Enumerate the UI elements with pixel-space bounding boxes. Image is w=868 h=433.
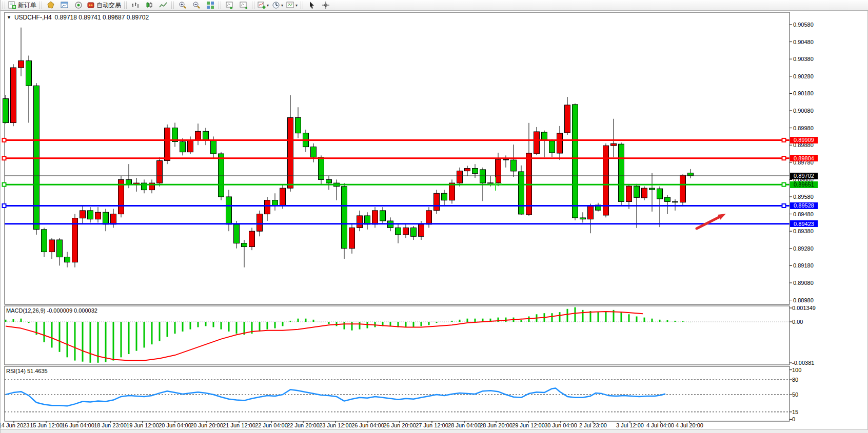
toolbar: 新订单自动交易▾▾▾ [1, 0, 868, 11]
macd-bar [428, 322, 430, 325]
macd-panel-frame [5, 306, 790, 365]
macd-bar [198, 322, 199, 327]
price-line-badge: 0.89804 [790, 155, 818, 161]
chevron-down-icon[interactable]: ▾ [295, 3, 298, 8]
macd-bar [305, 319, 307, 322]
candle-body [480, 170, 486, 183]
trend-arrow[interactable] [697, 217, 719, 229]
cursor-button[interactable] [305, 0, 319, 11]
indicators-button[interactable]: ▾ [256, 0, 270, 11]
toolbar-group: 新订单 [2, 0, 38, 10]
candles-chart-icon [145, 1, 153, 9]
symbol-dropdown-icon[interactable]: ▼ [7, 15, 11, 20]
macd-bar [667, 320, 668, 322]
candle-body [3, 98, 9, 122]
macd-bar [228, 322, 230, 332]
zoom-out-button[interactable] [189, 0, 203, 11]
candle-body [680, 175, 686, 202]
macd-bar [644, 318, 645, 322]
macd-bar [136, 322, 137, 351]
macd-bar [444, 322, 445, 322]
macd-bar [682, 321, 684, 322]
toolbar-group: 自动交易 [38, 0, 123, 10]
chevron-down-icon[interactable]: ▾ [267, 3, 269, 8]
signal-button[interactable] [71, 0, 85, 11]
candle-body [580, 218, 586, 219]
candle-body [95, 212, 101, 219]
line-anchor-marker[interactable] [782, 138, 786, 142]
macd-bar [451, 321, 453, 322]
line-chart-icon [159, 1, 167, 9]
candle-body [80, 211, 86, 218]
line-anchor-marker[interactable] [782, 183, 786, 187]
candle-body [349, 228, 355, 248]
price-line-badge: 0.89702 [790, 173, 818, 179]
candle-body [657, 189, 663, 199]
chart-canvas [1, 0, 868, 433]
candles-chart-button[interactable] [142, 0, 156, 11]
macd-bar [105, 322, 107, 362]
crosshair-button[interactable] [319, 0, 332, 11]
mt4-window: 新订单自动交易▾▾▾ ▼ USDCHF-,H4 0.89718 0.89741 … [0, 0, 868, 433]
candle-body [288, 117, 293, 188]
new-order-label: 新订单 [18, 1, 36, 10]
candle-body [42, 230, 47, 252]
candle-body [203, 131, 209, 140]
periods-button[interactable]: ▾ [270, 0, 285, 11]
macd-bar [290, 321, 291, 322]
candle-body [365, 216, 370, 224]
candle-body [249, 231, 255, 246]
candle-body [65, 257, 70, 262]
candle-body [419, 224, 424, 237]
macd-bar [521, 320, 522, 322]
candle-body [503, 159, 509, 160]
macd-bar [559, 312, 561, 322]
chart-shift-button[interactable] [236, 0, 250, 11]
new-order-button[interactable]: 新订单 [7, 0, 38, 11]
macd-bar [313, 320, 314, 322]
candle-body [157, 160, 163, 183]
candle-body [396, 228, 401, 234]
candle-body [549, 141, 555, 153]
price-line-badge: 0.89651 [790, 181, 818, 188]
autotrading-button[interactable]: 自动交易 [85, 0, 123, 11]
macd-histogram [5, 307, 692, 363]
auto-scroll-button[interactable] [223, 0, 236, 11]
line-chart-button[interactable] [156, 0, 170, 11]
candle-body [449, 183, 455, 200]
rsi-indicator-label: RSI(14) 51.4635 [6, 368, 48, 374]
data-window-button[interactable] [57, 0, 71, 11]
chart-title: ▼ USDCHF-,H4 0.89718 0.89741 0.89687 0.8… [7, 14, 149, 21]
candle-body [496, 159, 501, 183]
line-anchor-marker[interactable] [3, 138, 6, 142]
macd-bar [567, 309, 568, 322]
line-anchor-marker[interactable] [782, 156, 786, 160]
zoom-out-icon [192, 1, 201, 9]
line-anchor-marker[interactable] [3, 204, 6, 208]
bars-chart-button[interactable] [128, 0, 142, 11]
macd-bar [390, 322, 391, 326]
templates-button[interactable]: ▾ [285, 0, 299, 11]
line-anchor-marker[interactable] [3, 156, 6, 160]
macd-bar [652, 319, 653, 322]
line-anchor-marker[interactable] [782, 204, 786, 208]
candlestick-series [3, 28, 694, 267]
zoom-in-button[interactable] [175, 0, 189, 11]
candle-body [242, 243, 247, 247]
tile-windows-button[interactable] [203, 0, 217, 11]
candle-body [295, 117, 301, 133]
candle-body [673, 201, 678, 202]
line-anchor-marker[interactable] [3, 183, 6, 187]
trend-arrow-head[interactable] [718, 214, 726, 220]
gold-seal-button[interactable] [44, 0, 57, 11]
macd-bar [628, 314, 630, 322]
candle-body [357, 216, 363, 228]
macd-bar [459, 320, 461, 322]
candle-body [642, 188, 647, 198]
macd-bar [159, 322, 161, 341]
chevron-down-icon[interactable]: ▾ [281, 3, 283, 8]
toolbar-group [123, 0, 170, 10]
candle-body [619, 144, 624, 201]
macd-bar [121, 322, 122, 357]
macd-bar [267, 322, 268, 329]
